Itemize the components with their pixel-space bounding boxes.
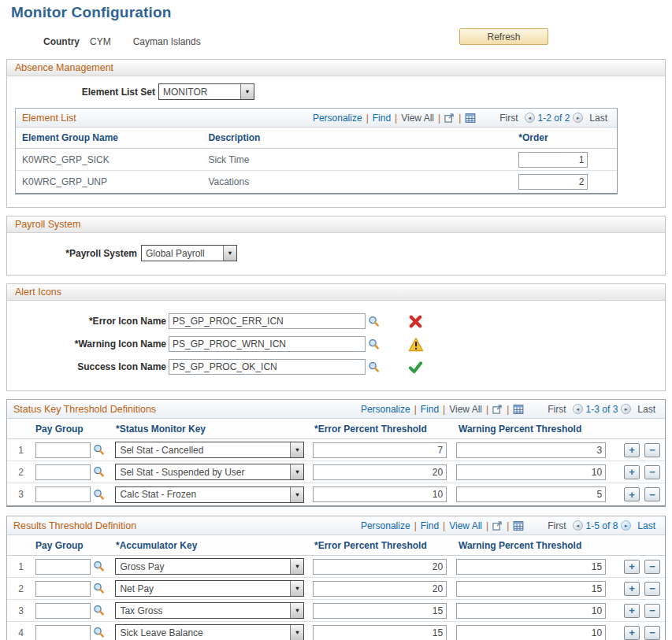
add-row-button[interactable]	[624, 560, 640, 574]
error-threshold-input[interactable]	[313, 559, 447, 575]
table-row: 3 Calc Stat - Frozen	[7, 483, 665, 505]
status-threshold-grid: Status Key Threshold Definitions Persona…	[6, 399, 666, 507]
delete-row-button[interactable]	[644, 443, 660, 457]
add-row-button[interactable]	[624, 487, 640, 501]
lookup-icon[interactable]	[93, 489, 105, 501]
popup-window-icon[interactable]	[492, 520, 503, 531]
error-threshold-input[interactable]	[313, 464, 447, 480]
find-link[interactable]: Find	[421, 520, 439, 531]
status-monitor-key-select[interactable]: Sel Stat - Cancelled	[115, 442, 304, 458]
lookup-icon[interactable]	[93, 583, 105, 594]
add-row-button[interactable]	[624, 582, 640, 596]
personalize-link[interactable]: Personalize	[361, 404, 410, 415]
delete-row-button[interactable]	[644, 560, 660, 574]
payroll-system-select[interactable]: Global Payroll	[141, 245, 237, 261]
row-number: 2	[7, 583, 29, 594]
first-link[interactable]: First	[548, 520, 566, 531]
lookup-icon[interactable]	[368, 338, 380, 350]
error-threshold-input[interactable]	[313, 442, 447, 458]
view-all-link[interactable]: View All	[449, 404, 482, 415]
personalize-link[interactable]: Personalize	[313, 113, 362, 124]
pay-group-input[interactable]	[35, 559, 91, 575]
warning-threshold-input[interactable]	[456, 603, 606, 619]
view-all-link[interactable]: View All	[449, 520, 482, 531]
table-row: 4 Sick Leave Balance	[7, 622, 665, 640]
chevron-down-icon	[290, 581, 303, 596]
warning-threshold-input[interactable]	[456, 559, 606, 575]
error-threshold-input[interactable]	[313, 486, 447, 502]
first-link[interactable]: First	[548, 404, 566, 415]
view-all-link[interactable]: View All	[401, 113, 434, 124]
lookup-icon[interactable]	[93, 605, 105, 616]
previous-page-icon[interactable]	[525, 113, 535, 123]
lookup-icon[interactable]	[368, 361, 380, 373]
accumulator-key-select[interactable]: Sick Leave Balance	[115, 624, 304, 640]
error-threshold-input[interactable]	[313, 625, 447, 640]
delete-row-button[interactable]	[644, 626, 660, 640]
warning-threshold-input[interactable]	[456, 486, 606, 502]
warning-threshold-input[interactable]	[456, 464, 606, 480]
warning-threshold-input[interactable]	[456, 581, 606, 597]
absence-management-header: Absence Management	[7, 60, 665, 76]
find-link[interactable]: Find	[373, 113, 391, 124]
pay-group-input[interactable]	[35, 486, 91, 502]
delete-row-button[interactable]	[644, 604, 660, 618]
pay-group-input[interactable]	[35, 581, 91, 597]
lookup-icon[interactable]	[368, 316, 380, 327]
add-row-button[interactable]	[624, 443, 640, 457]
status-monitor-key-select[interactable]: Calc Stat - Frozen	[115, 486, 304, 503]
accumulator-key-select[interactable]: Tax Gross	[115, 602, 304, 619]
order-input[interactable]	[518, 152, 588, 168]
lookup-icon[interactable]	[93, 444, 105, 456]
add-row-button[interactable]	[624, 465, 640, 479]
next-page-icon[interactable]	[621, 404, 631, 414]
download-grid-icon[interactable]	[465, 113, 476, 123]
add-row-button[interactable]	[624, 604, 640, 618]
country-label: Country	[43, 36, 80, 47]
previous-page-icon[interactable]	[573, 520, 583, 531]
pay-group-input[interactable]	[35, 442, 91, 458]
pay-group-input[interactable]	[35, 464, 91, 480]
first-link[interactable]: First	[499, 113, 518, 124]
success-icon-name-input[interactable]	[169, 359, 366, 375]
popup-window-icon[interactable]	[444, 113, 455, 123]
error-threshold-input[interactable]	[313, 603, 447, 619]
status-monitor-key-value: Sel Stat - Suspended by User	[116, 467, 290, 478]
download-grid-icon[interactable]	[513, 521, 524, 531]
accumulator-key-select[interactable]: Gross Pay	[115, 558, 304, 575]
pay-group-input[interactable]	[35, 625, 91, 640]
next-page-icon[interactable]	[621, 520, 631, 531]
payroll-system-value: Global Payroll	[142, 248, 223, 259]
pay-group-input[interactable]	[35, 603, 91, 619]
results-grid-column-header: Pay Group *Accumulator Key *Error Percen…	[7, 535, 665, 556]
last-link[interactable]: Last	[637, 404, 655, 415]
accumulator-key-select[interactable]: Net Pay	[115, 580, 304, 597]
personalize-link[interactable]: Personalize	[361, 520, 410, 531]
warning-icon-name-input[interactable]	[169, 336, 366, 352]
lookup-icon[interactable]	[93, 627, 105, 638]
element-list-set-row: Element List Set MONITOR	[7, 83, 665, 100]
last-link[interactable]: Last	[637, 520, 655, 531]
find-link[interactable]: Find	[421, 404, 439, 415]
add-row-button[interactable]	[624, 626, 640, 640]
chevron-down-icon	[290, 625, 303, 640]
download-grid-icon[interactable]	[513, 405, 524, 414]
error-threshold-input[interactable]	[313, 581, 447, 597]
element-list-set-select[interactable]: MONITOR	[158, 83, 254, 100]
lookup-icon[interactable]	[93, 466, 105, 478]
warning-threshold-input[interactable]	[456, 442, 606, 458]
delete-row-button[interactable]	[644, 487, 660, 501]
delete-row-button[interactable]	[644, 582, 660, 596]
order-input[interactable]	[518, 174, 588, 190]
error-icon-name-input[interactable]	[169, 313, 366, 329]
warning-threshold-input[interactable]	[456, 625, 606, 640]
lookup-icon[interactable]	[93, 560, 105, 572]
last-link[interactable]: Last	[589, 113, 607, 124]
popup-window-icon[interactable]	[492, 404, 503, 414]
status-monitor-key-select[interactable]: Sel Stat - Suspended by User	[115, 464, 304, 480]
previous-page-icon[interactable]	[573, 404, 583, 414]
refresh-button[interactable]: Refresh	[459, 28, 548, 45]
next-page-icon[interactable]	[573, 113, 583, 123]
delete-row-button[interactable]	[644, 465, 660, 479]
error-icon-row: *Error Icon Name	[7, 311, 665, 331]
